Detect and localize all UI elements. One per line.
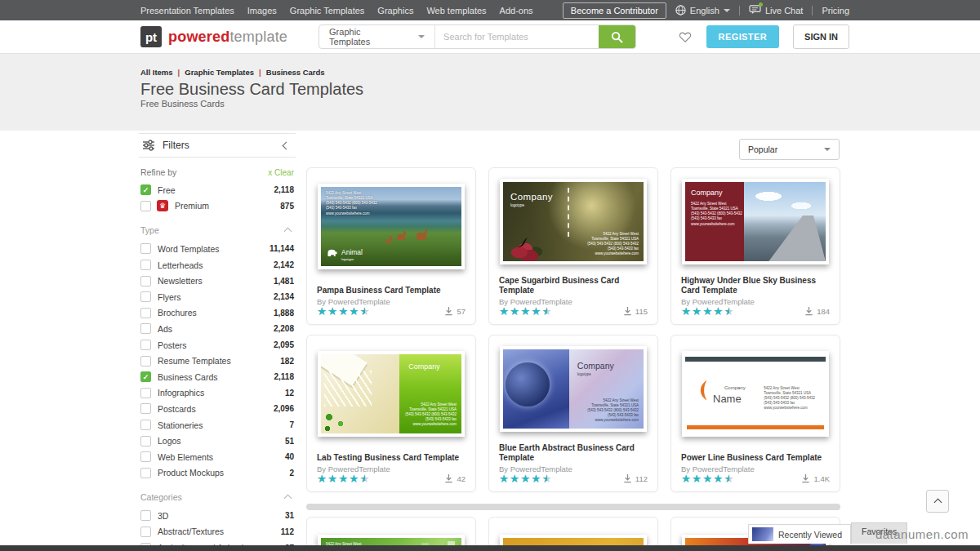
filter-option-logos[interactable]: Logos51 [139, 433, 296, 449]
favorites-heart-icon[interactable] [678, 30, 693, 43]
chat-icon [749, 5, 761, 16]
checkbox[interactable] [140, 243, 151, 254]
filter-option-flyers[interactable]: Flyers2,134 [139, 289, 296, 305]
nav-add-ons[interactable]: Add-ons [500, 6, 533, 16]
rating-stars: ★★★★★★★★★★ [317, 473, 371, 485]
company-label: Company [510, 192, 553, 202]
checkbox[interactable] [140, 403, 151, 414]
language-selector[interactable]: English [675, 5, 730, 16]
template-thumbnail[interactable]: Companylogotype 5422 Any Street West Tow… [489, 168, 657, 276]
checkbox[interactable] [140, 201, 151, 211]
template-title[interactable]: Lab Testing Business Card Template [307, 453, 475, 463]
template-card[interactable]: CompanyName 5422 Any Street West Townsvi… [670, 335, 840, 492]
search-input[interactable] [435, 25, 599, 48]
collapse-section-icon[interactable] [284, 495, 292, 503]
rating-stars: ★★★★★★★★★★ [317, 306, 371, 318]
filter-option-word-templates[interactable]: Word Templates11,144 [139, 241, 296, 257]
template-card[interactable]: Companylogotype 5422 Any Street West Tow… [488, 167, 658, 325]
filter-option-brochures[interactable]: Brochures1,888 [139, 305, 296, 322]
collapse-section-icon[interactable] [284, 228, 292, 236]
template-thumbnail[interactable]: Companylogotype 5422 Any Street West Tow… [489, 335, 657, 443]
checkbox[interactable] [140, 291, 151, 302]
breadcrumb-business-cards[interactable]: Business Cards [266, 68, 325, 77]
nav-graphics[interactable]: Graphics [377, 6, 413, 16]
filter-option-abstract-textures[interactable]: Abstract/Textures112 [139, 524, 296, 540]
rating-stars: ★★★★★★★★★★ [499, 473, 553, 485]
checkbox[interactable] [140, 468, 151, 478]
checkbox[interactable] [140, 356, 151, 367]
checkbox[interactable] [140, 451, 151, 462]
checkbox[interactable] [140, 260, 151, 270]
scroll-to-top-button[interactable] [926, 490, 949, 513]
bottom-accent-bar [687, 425, 824, 429]
sort-selected-value: Popular [748, 144, 777, 154]
clear-filters-button[interactable]: x Clear [268, 168, 294, 177]
nav-pricing[interactable]: Pricing [822, 6, 849, 16]
nav-graphic-templates[interactable]: Graphic Templates [290, 6, 365, 16]
collapse-panel-icon[interactable] [283, 141, 291, 149]
filter-option-posters[interactable]: Posters2,095 [139, 337, 296, 353]
categories-section-header[interactable]: Categories [140, 492, 294, 502]
filter-option-free[interactable]: Free 2,118 [139, 182, 296, 198]
template-thumbnail[interactable]: Company 5422 Any Street West Townsville,… [307, 335, 475, 453]
checkbox[interactable] [140, 340, 151, 350]
nav-presentation-templates[interactable]: Presentation Templates [140, 6, 234, 16]
template-card[interactable]: Company 5422 Any Street West Townsville,… [306, 335, 476, 492]
template-thumbnail[interactable]: Company 5422 Any Street West Townsville,… [671, 168, 840, 276]
register-button[interactable]: REGISTER [706, 25, 779, 48]
live-chat-link[interactable]: Live Chat [749, 5, 803, 16]
recently-viewed-tab[interactable]: Recently Viewed [748, 524, 851, 544]
filter-option-postcards[interactable]: Postcards2,096 [139, 401, 296, 417]
breadcrumb-graphic-templates[interactable]: Graphic Templates [185, 68, 254, 77]
filter-option-letterheads[interactable]: Letterheads2,142 [139, 257, 296, 273]
nav-web-templates[interactable]: Web templates [426, 6, 486, 16]
filter-option-business-cards[interactable]: Business Cards2,118 [139, 369, 296, 385]
filter-option-3d[interactable]: 3D31 [139, 508, 296, 524]
sort-dropdown[interactable]: Popular [739, 139, 840, 160]
search-category-dropdown[interactable]: Graphic Templates [319, 25, 435, 48]
nav-images[interactable]: Images [247, 6, 277, 16]
business-card-art: Company 5422 Any Street West Townsville,… [321, 354, 461, 433]
checkbox[interactable] [140, 527, 151, 537]
checkbox[interactable] [140, 420, 151, 430]
filter-option-web-elements[interactable]: Web Elements40 [139, 449, 296, 465]
checkbox[interactable] [140, 323, 151, 334]
template-thumbnail[interactable]: 5422 Any Street West Townsville, State 5… [307, 168, 475, 286]
checkbox[interactable] [140, 510, 151, 521]
template-title[interactable]: Highway Under Blue Sky Business Card Tem… [671, 276, 840, 295]
site-logo[interactable]: pt poweredtemplate [140, 26, 287, 47]
template-thumbnail[interactable]: CompanyName 5422 Any Street West Townsvi… [671, 335, 840, 453]
template-card[interactable]: 5422 Any Street West Townsville, State 5… [306, 167, 476, 325]
checkbox[interactable] [140, 276, 151, 287]
filter-option-stationeries[interactable]: Stationeries7 [139, 417, 296, 433]
breadcrumb-all-items[interactable]: All Items [140, 68, 173, 77]
sign-in-button[interactable]: SIGN IN [793, 24, 849, 49]
type-section-header[interactable]: Type [140, 225, 294, 235]
checkbox[interactable] [140, 308, 151, 318]
template-card[interactable]: Companylogotype 5422 Any Street West Tow… [488, 335, 658, 492]
filter-option-infographics[interactable]: Infographics12 [139, 385, 296, 402]
search-button[interactable] [599, 25, 635, 48]
card-address-text: 5422 Any Street West Townsville, State 5… [587, 398, 639, 423]
checkbox-checked[interactable] [140, 371, 151, 382]
template-card[interactable]: Company 5422 Any Street West Townsville,… [670, 167, 840, 325]
chevron-down-icon [724, 9, 730, 12]
checkbox[interactable] [140, 388, 151, 398]
become-contributor-button[interactable]: Become a Contributor [563, 2, 666, 19]
template-title[interactable]: Cape Sugarbird Business Card Template [489, 276, 657, 295]
template-title[interactable]: Pampa Business Card Template [307, 286, 475, 295]
template-title[interactable]: Blue Earth Abstract Business Card Templa… [489, 443, 657, 463]
top-navigation-bar: Presentation Templates Images Graphic Te… [0, 0, 980, 20]
logo-mark: pt [140, 26, 162, 47]
logo-word-powered: powered [168, 29, 229, 45]
template-title[interactable]: Power Line Business Card Template [671, 453, 840, 463]
filter-option-newsletters[interactable]: Newsletters1,481 [139, 273, 296, 289]
filter-option-premium[interactable]: ♛ Premium 875 [139, 198, 296, 215]
checkbox-checked[interactable] [140, 184, 151, 195]
filter-option-ads[interactable]: Ads2,208 [139, 321, 296, 337]
download-icon [623, 306, 632, 316]
filter-option-product-mockups[interactable]: Product Mockups2 [139, 465, 296, 482]
filter-option-resume-templates[interactable]: Resume Templates182 [139, 353, 296, 369]
checkbox[interactable] [140, 436, 151, 447]
filters-header[interactable]: Filters [139, 133, 296, 158]
